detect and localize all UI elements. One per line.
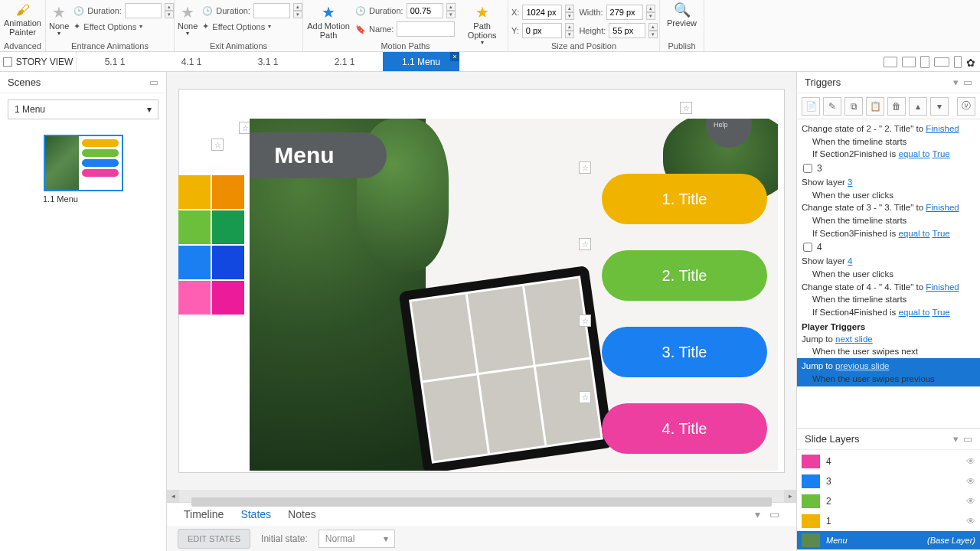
settings-icon[interactable]: ✿ [966,57,975,67]
animation-painter-button[interactable]: 🖌 AnimationPainter [3,2,42,37]
slide-thumbnail[interactable] [44,135,123,191]
visibility-icon[interactable]: 👁 [966,516,975,527]
checkbox[interactable] [803,164,812,173]
phone-portrait-icon[interactable] [954,56,962,68]
trigger-item[interactable]: When the timeline starts [802,135,975,148]
slide-tab[interactable]: 4.1 1 [153,52,230,71]
trigger-item[interactable]: When the user clicks [802,189,975,202]
motion-duration-input[interactable] [407,3,443,18]
delete-trigger-icon[interactable]: 🗑 [887,97,906,116]
exit-duration-input[interactable] [253,3,290,18]
trigger-item[interactable]: Show layer 3 [802,176,975,189]
x-input[interactable] [522,5,562,20]
color-swatch[interactable] [178,175,211,209]
trigger-item[interactable]: When the timeline starts [802,293,975,306]
collapse-icon[interactable]: ▭ [963,433,972,445]
story-view-tab[interactable]: STORY VIEW [0,52,77,71]
tablet-portrait-icon[interactable] [920,56,929,68]
slide-tab[interactable]: 5.1 1 [77,52,153,71]
width-input[interactable] [606,5,643,20]
color-swatch[interactable] [178,210,211,244]
layer-row[interactable]: 3👁 [802,471,975,491]
color-swatch[interactable] [212,210,244,244]
color-swatch[interactable] [212,281,244,315]
spinner[interactable]: ▴▾ [165,3,174,18]
scroll-left-icon[interactable]: ◂ [167,490,179,502]
variables-icon[interactable]: ⓥ [957,97,975,116]
spinner[interactable]: ▴▾ [565,23,574,38]
menu-nav-button[interactable]: 4. Title [602,403,767,454]
scene-dropdown[interactable]: 1 Menu▾ [8,99,158,119]
height-input[interactable] [609,23,645,38]
trigger-item[interactable]: Change state of 2 - " 2. Title" to Finis… [802,122,975,135]
trigger-item-selected[interactable]: Jump to previous slideWhen the user swip… [797,358,980,386]
visibility-icon[interactable]: 👁 [966,476,975,487]
paste-trigger-icon[interactable]: 📋 [866,97,884,116]
anim-indicator-icon[interactable]: ☆ [579,315,591,327]
panel-tab[interactable]: Timeline [184,508,224,520]
chevron-down-icon[interactable]: ▾ [953,433,959,445]
move-down-icon[interactable]: ▾ [930,97,949,116]
panel-tab[interactable]: Notes [288,508,316,520]
collapse-icon[interactable]: ▭ [963,77,972,88]
spinner[interactable]: ▴▾ [565,5,574,20]
edit-trigger-icon[interactable]: ✎ [823,97,841,116]
trigger-item[interactable]: When the user swipes next [802,345,975,358]
color-swatch[interactable] [178,246,211,279]
path-options-button[interactable]: ★Path Options▾ [460,2,505,47]
edit-states-button[interactable]: EDIT STATES [178,529,250,549]
menu-nav-button[interactable]: 2. Title [602,250,767,301]
layer-row[interactable]: 4👁 [802,452,975,471]
menu-nav-button[interactable]: 1. Title [602,174,767,224]
panel-controls[interactable]: ▾ ▭ [755,508,779,520]
anim-indicator-icon[interactable]: ☆ [579,161,591,174]
panel-tab[interactable]: States [240,508,271,520]
preview-button[interactable]: 🔍Preview [663,2,701,28]
trigger-item[interactable]: When the user clicks [802,268,975,281]
exit-effect-options[interactable]: ✦Effect Options▾ [202,21,302,31]
horizontal-scrollbar[interactable]: ◂ ▸ [167,490,796,502]
trigger-object[interactable]: 4 [802,240,975,255]
new-trigger-icon[interactable]: 📄 [802,97,820,116]
anim-indicator-icon[interactable]: ☆ [579,238,591,250]
exit-none-button[interactable]: ★None▾ [178,2,198,37]
copy-trigger-icon[interactable]: ⧉ [844,97,863,116]
tablet-landscape-icon[interactable] [902,57,916,67]
phone-landscape-icon[interactable] [934,57,949,67]
move-up-icon[interactable]: ▴ [909,97,927,116]
trigger-item[interactable]: If Section3Finished is equal to True [802,227,975,240]
trigger-item[interactable]: Change state of 3 - " 3. Title" to Finis… [802,201,975,214]
y-input[interactable] [522,23,562,38]
color-swatch[interactable] [212,246,244,279]
menu-nav-button[interactable]: 3. Title [602,327,767,377]
collapse-icon[interactable]: ▭ [149,77,158,88]
layer-row[interactable]: 1👁 [802,511,975,531]
trigger-item[interactable]: If Section2Finished is equal to True [802,148,975,161]
initial-state-dropdown[interactable]: Normal▾ [318,530,395,548]
trigger-item[interactable]: Jump to next slide [802,333,975,346]
spinner[interactable]: ▴▾ [648,23,658,38]
desktop-icon[interactable] [884,57,897,67]
trigger-item[interactable]: If Section4Finished is equal to True [802,306,975,319]
anim-indicator-icon[interactable]: ☆ [211,139,224,151]
trigger-item[interactable]: Change state of 4 - " 4. Title" to Finis… [802,281,975,294]
visibility-icon[interactable]: 👁 [966,456,975,467]
color-swatch[interactable] [212,175,244,209]
slide-tab[interactable]: 3.1 1 [230,52,306,71]
entrance-effect-options[interactable]: ✦Effect Options▾ [74,21,174,31]
entrance-duration-input[interactable] [125,3,162,18]
spinner[interactable]: ▴▾ [646,5,655,20]
chevron-down-icon[interactable]: ▾ [953,77,959,88]
spinner[interactable]: ▴▾ [293,3,302,18]
close-icon[interactable]: × [450,52,459,61]
slide-tab[interactable]: 2.1 1 [306,52,383,71]
base-layer-row[interactable]: Menu(Base Layer) [797,531,980,549]
slide-tab[interactable]: 1.1 Menu× [383,52,459,71]
scroll-right-icon[interactable]: ▸ [784,490,796,502]
trigger-item[interactable]: When the timeline starts [802,214,975,227]
spinner[interactable]: ▴▾ [446,3,456,18]
entrance-none-button[interactable]: ★None▾ [49,2,69,37]
anim-indicator-icon[interactable]: ☆ [579,391,591,403]
slide-canvas[interactable]: ☆ ☆ ☆ ☆ Menu Help 1. Title2. Title3. Tit… [179,90,784,472]
motion-name-input[interactable] [397,21,455,37]
